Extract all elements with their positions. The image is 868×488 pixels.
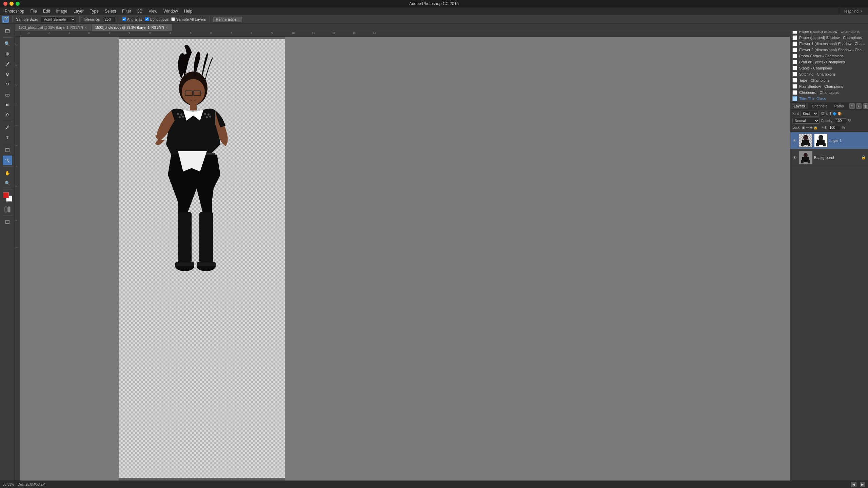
svg-rect-46 [199, 212, 213, 263]
gradient-tool-icon[interactable] [3, 100, 12, 109]
layer-kind-select[interactable]: Kind Name Effect [801, 111, 818, 117]
menu-window[interactable]: Window [161, 8, 181, 14]
style-swatch-4 [792, 47, 797, 52]
style-item-7[interactable]: Staple - Champions [790, 65, 868, 71]
text-tool-icon[interactable]: T [3, 133, 12, 142]
healing-tool-icon[interactable] [3, 49, 12, 59]
layers-blend-row: Normal Multiply Screen Opacity: 100 % [792, 118, 866, 124]
brush-tool-icon[interactable] [3, 59, 12, 69]
layer-visibility-1[interactable]: 👁 [792, 155, 797, 160]
style-item-2[interactable]: Paper (popped) Shadow - Champions [790, 35, 868, 41]
tab-close-2[interactable]: ✕ [165, 26, 168, 29]
workspace-selector[interactable]: Teaching ▼ [840, 7, 866, 15]
clone-stamp-icon[interactable] [3, 69, 12, 79]
menu-photoshop[interactable]: Photoshop [2, 8, 27, 14]
style-item-12[interactable]: Title: Thin Glass [790, 96, 868, 102]
layers-delete-button[interactable]: 🗑 [863, 103, 868, 109]
style-name-8: Stitching - Champions [799, 72, 836, 76]
menu-filter[interactable]: Filter [119, 8, 134, 14]
eyedropper-tool-icon[interactable]: 🔍 [3, 39, 12, 48]
style-item-8[interactable]: Stitching - Champions [790, 71, 868, 77]
history-brush-icon[interactable] [3, 80, 12, 89]
right-panel: Swatches Styles ≡ Paper (flat) Shadow - … [790, 15, 868, 488]
style-item-10[interactable]: Flair Shadow - Champions [790, 83, 868, 89]
lock-all-icon[interactable]: 🔒 [813, 126, 817, 129]
menu-help[interactable]: Help [181, 8, 195, 14]
magic-wand-tool-icon[interactable]: 🪄 [2, 16, 9, 23]
style-swatch-11 [792, 90, 797, 95]
contiguous-checkbox[interactable] [145, 17, 149, 21]
canvas-document[interactable] [119, 39, 285, 478]
tab-close-1[interactable]: ✕ [84, 26, 87, 29]
style-item-5[interactable]: Photo Corner - Champions [790, 53, 868, 59]
layers-add-button[interactable]: + [856, 103, 862, 109]
lock-move-icon[interactable]: ✚ [810, 126, 812, 129]
lock-transparency-icon[interactable]: ▣ [802, 126, 805, 129]
menu-type[interactable]: Type [87, 8, 101, 14]
zoom-level: 33.33% [3, 483, 14, 486]
maximize-button[interactable] [16, 2, 20, 6]
layer-visibility-0[interactable]: 👁 [792, 138, 797, 143]
shape-tool-icon[interactable] [3, 145, 12, 155]
color-swatches[interactable] [3, 192, 12, 202]
canvas-area[interactable]: -3 -2 -1 0 1 2 3 4 5 6 7 8 9 10 11 12 13… [15, 31, 790, 481]
refine-edge-button[interactable]: Refine Edge... [213, 17, 242, 22]
traffic-lights[interactable] [3, 2, 20, 6]
layers-options-button[interactable]: ≡ [849, 103, 855, 109]
menu-image[interactable]: Image [53, 8, 70, 14]
blend-mode-select[interactable]: Normal Multiply Screen [792, 118, 820, 124]
tolerance-input[interactable]: 250 [103, 17, 115, 22]
statusbar-arrow-right[interactable]: ▶ [860, 482, 865, 487]
pen-tool-icon[interactable] [3, 123, 12, 132]
sample-all-checkbox[interactable] [171, 17, 175, 21]
style-swatch-9 [792, 78, 797, 83]
layer-name-0: Layer 1 [829, 139, 866, 143]
style-item-6[interactable]: Brad or Eyelet - Champions [790, 59, 868, 65]
anti-alias-checkbox[interactable] [122, 17, 126, 21]
tab-layers[interactable]: Layers [790, 103, 808, 109]
fill-input[interactable]: 100 [828, 125, 840, 130]
opacity-input[interactable]: 100 [835, 118, 847, 123]
menu-layer[interactable]: Layer [71, 8, 86, 14]
tab-photo2[interactable]: 1503_photo copy @ 33.3% (Layer 1, RGB/8*… [92, 24, 172, 31]
layers-lock-row: Lock: ▣ ✏ ✚ 🔒 Fill: 100 % [792, 125, 866, 130]
menu-view[interactable]: View [146, 8, 160, 14]
tab-channels[interactable]: Channels [808, 103, 831, 109]
tab-photo1[interactable]: 1503_photo.psd @ 25% (Layer 1, RGB/8*) ✕ [15, 24, 91, 31]
svg-point-4 [6, 73, 8, 75]
document-canvas[interactable] [20, 37, 790, 481]
zoom-tool-icon[interactable]: 🔍 [3, 178, 12, 188]
lock-paint-icon[interactable]: ✏ [806, 126, 809, 129]
style-item-11[interactable]: Chipboard - Champions [790, 89, 868, 96]
svg-point-39 [204, 113, 206, 115]
blur-tool-icon[interactable] [3, 110, 12, 120]
layer-item-1[interactable]: 👁 Background 🔒 [790, 149, 868, 166]
foreground-color-swatch[interactable] [3, 192, 9, 198]
menu-file[interactable]: File [27, 8, 39, 14]
sample-size-select[interactable]: Point Sample 3 by 3 Average 5 by 5 Avera… [41, 16, 76, 22]
style-item-9[interactable]: Tape - Champions [790, 77, 868, 83]
eraser-tool-icon[interactable] [3, 90, 12, 99]
tool-separator-7 [2, 216, 13, 216]
crop-tool-icon[interactable] [3, 26, 12, 36]
wand-tool-icon[interactable] [3, 156, 12, 165]
svg-rect-6 [6, 94, 9, 96]
ruler-vertical: -2 -1 0 1 2 3 4 5 6 7 [15, 37, 20, 481]
menu-3d[interactable]: 3D [135, 8, 145, 14]
menu-select[interactable]: Select [102, 8, 119, 14]
lock-label: Lock: [792, 126, 801, 129]
close-button[interactable] [3, 2, 7, 6]
hand-tool-icon[interactable]: ✋ [3, 168, 12, 178]
svg-rect-50 [197, 262, 216, 266]
layer-item-0[interactable]: 👁 [790, 132, 868, 149]
toolbar-separator-2 [79, 16, 80, 22]
statusbar-arrow-left[interactable]: ◀ [851, 482, 856, 487]
tab-paths[interactable]: Paths [831, 103, 847, 109]
quick-mask-icon[interactable] [3, 205, 12, 214]
svg-rect-25 [801, 160, 804, 163]
minimize-button[interactable] [9, 2, 14, 6]
style-item-3[interactable]: Flower 1 (dimensional) Shadow - Champion… [790, 41, 868, 47]
screen-mode-icon[interactable] [3, 217, 12, 227]
menu-edit[interactable]: Edit [40, 8, 53, 14]
style-item-4[interactable]: Flower 2 (dimensional) Shadow - Champion… [790, 47, 868, 53]
